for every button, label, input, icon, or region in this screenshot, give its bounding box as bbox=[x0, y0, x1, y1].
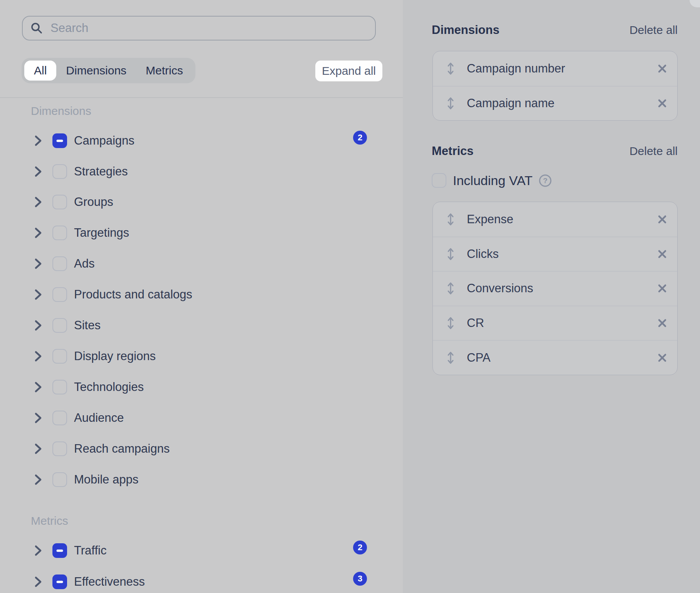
close-icon bbox=[658, 99, 667, 108]
remove-item-button[interactable] bbox=[657, 98, 667, 108]
item-label: Effectiveness bbox=[74, 575, 145, 589]
delete-all-metrics-link[interactable]: Delete all bbox=[629, 145, 678, 158]
selected-item-cpa[interactable]: CPA bbox=[433, 340, 677, 375]
sidebar-item-traffic[interactable]: Traffic 2 bbox=[0, 535, 387, 566]
chevron-right-icon[interactable] bbox=[34, 381, 43, 393]
sidebar-item-ads[interactable]: Ads bbox=[0, 248, 387, 279]
close-icon bbox=[658, 64, 667, 73]
checkbox[interactable] bbox=[52, 380, 67, 394]
selected-item-campaign-number[interactable]: Campaign number bbox=[433, 51, 677, 86]
chevron-right-icon[interactable] bbox=[34, 350, 43, 362]
close-icon bbox=[658, 249, 667, 259]
drag-handle-icon[interactable] bbox=[447, 351, 454, 364]
close-icon bbox=[658, 318, 667, 328]
chevron-right-icon[interactable] bbox=[34, 135, 43, 147]
drag-handle-icon[interactable] bbox=[447, 97, 454, 110]
sidebar-item-display-regions[interactable]: Display regions bbox=[0, 341, 387, 372]
chevron-right-icon[interactable] bbox=[34, 227, 43, 239]
checkbox[interactable] bbox=[52, 543, 67, 558]
drag-handle-icon[interactable] bbox=[447, 213, 454, 226]
item-label: Strategies bbox=[74, 165, 128, 179]
chevron-right-icon[interactable] bbox=[34, 412, 43, 424]
item-label: Technologies bbox=[74, 380, 144, 394]
chevron-right-icon[interactable] bbox=[34, 576, 43, 588]
item-label: Audience bbox=[74, 411, 124, 425]
item-label: Traffic bbox=[74, 544, 106, 558]
tab-dimensions[interactable]: Dimensions bbox=[56, 61, 136, 81]
search-input-wrapper bbox=[22, 16, 376, 40]
sidebar-item-targetings[interactable]: Targetings bbox=[0, 217, 387, 248]
selected-item-cr[interactable]: CR bbox=[433, 306, 677, 340]
help-icon[interactable]: ? bbox=[539, 174, 552, 187]
remove-item-button[interactable] bbox=[657, 283, 667, 293]
chevron-right-icon[interactable] bbox=[34, 443, 43, 455]
checkbox[interactable] bbox=[52, 133, 67, 148]
drag-handle-icon[interactable] bbox=[447, 62, 454, 75]
checkbox[interactable] bbox=[52, 574, 67, 589]
checkbox[interactable] bbox=[52, 411, 67, 425]
section-label-dimensions: Dimensions bbox=[31, 103, 91, 119]
search-input[interactable] bbox=[50, 21, 367, 35]
checkbox[interactable] bbox=[52, 472, 67, 487]
remove-item-button[interactable] bbox=[657, 353, 667, 363]
drag-handle-icon[interactable] bbox=[447, 282, 454, 295]
corner-decoration bbox=[690, 0, 700, 7]
drag-handle-icon[interactable] bbox=[447, 317, 454, 330]
chevron-right-icon[interactable] bbox=[34, 544, 43, 557]
checkbox[interactable] bbox=[52, 256, 67, 271]
selected-item-label: CPA bbox=[467, 351, 490, 365]
checkbox[interactable] bbox=[52, 164, 67, 179]
chevron-right-icon[interactable] bbox=[34, 196, 43, 208]
filter-tabs: All Dimensions Metrics bbox=[22, 58, 195, 83]
item-label: Ads bbox=[74, 257, 94, 271]
including-vat-toggle[interactable]: Including VAT ? bbox=[432, 173, 552, 188]
checkbox[interactable] bbox=[52, 441, 67, 456]
drag-handle-icon[interactable] bbox=[447, 248, 454, 261]
remove-item-button[interactable] bbox=[657, 214, 667, 224]
chevron-right-icon[interactable] bbox=[34, 473, 43, 486]
checkbox[interactable] bbox=[52, 195, 67, 209]
item-label: Display regions bbox=[74, 349, 156, 363]
selected-count-badge: 3 bbox=[353, 572, 367, 586]
chevron-right-icon[interactable] bbox=[34, 288, 43, 301]
selected-item-label: Campaign number bbox=[467, 62, 565, 76]
selected-dimensions-list: Campaign number Campaign name bbox=[432, 51, 678, 121]
sidebar-item-campaigns[interactable]: Campaigns 2 bbox=[0, 125, 387, 156]
remove-item-button[interactable] bbox=[657, 249, 667, 259]
checkbox[interactable] bbox=[52, 349, 67, 364]
remove-item-button[interactable] bbox=[657, 318, 667, 328]
selected-item-label: Campaign name bbox=[467, 96, 554, 110]
item-label: Reach campaigns bbox=[74, 442, 170, 456]
selected-dimensions-header: Dimensions Delete all bbox=[432, 22, 678, 38]
checkbox[interactable] bbox=[52, 318, 67, 333]
selected-columns-panel: Dimensions Delete all Campaign number Ca… bbox=[403, 0, 700, 593]
checkbox[interactable] bbox=[52, 226, 67, 240]
expand-all-button[interactable]: Expand all bbox=[315, 61, 382, 81]
sidebar-item-groups[interactable]: Groups bbox=[0, 187, 387, 217]
sidebar-item-sites[interactable]: Sites bbox=[0, 310, 387, 341]
selected-item-campaign-name[interactable]: Campaign name bbox=[433, 86, 677, 121]
item-label: Mobile apps bbox=[74, 473, 138, 487]
tab-all[interactable]: All bbox=[24, 61, 56, 81]
remove-item-button[interactable] bbox=[657, 64, 667, 74]
section-label-metrics: Metrics bbox=[31, 513, 68, 529]
item-label: Sites bbox=[74, 318, 101, 332]
sidebar-item-mobile-apps[interactable]: Mobile apps bbox=[0, 464, 387, 495]
selected-item-expense[interactable]: Expense bbox=[433, 202, 677, 237]
sidebar-item-effectiveness[interactable]: Effectiveness 3 bbox=[0, 566, 387, 593]
chevron-right-icon[interactable] bbox=[34, 165, 43, 178]
checkbox[interactable] bbox=[52, 287, 67, 302]
sidebar-item-audience[interactable]: Audience bbox=[0, 403, 387, 433]
sidebar-item-technologies[interactable]: Technologies bbox=[0, 372, 387, 403]
selected-dimensions-title: Dimensions bbox=[432, 23, 500, 37]
sidebar-item-products-and-catalogs[interactable]: Products and catalogs bbox=[0, 279, 387, 310]
vat-checkbox[interactable] bbox=[432, 173, 446, 188]
tab-metrics[interactable]: Metrics bbox=[136, 61, 193, 81]
chevron-right-icon[interactable] bbox=[34, 258, 43, 270]
sidebar-item-strategies[interactable]: Strategies bbox=[0, 156, 387, 187]
chevron-right-icon[interactable] bbox=[34, 319, 43, 332]
sidebar-item-reach-campaigns[interactable]: Reach campaigns bbox=[0, 433, 387, 464]
delete-all-dimensions-link[interactable]: Delete all bbox=[629, 24, 678, 37]
selected-item-conversions[interactable]: Conversions bbox=[433, 271, 677, 306]
selected-item-clicks[interactable]: Clicks bbox=[433, 237, 677, 271]
